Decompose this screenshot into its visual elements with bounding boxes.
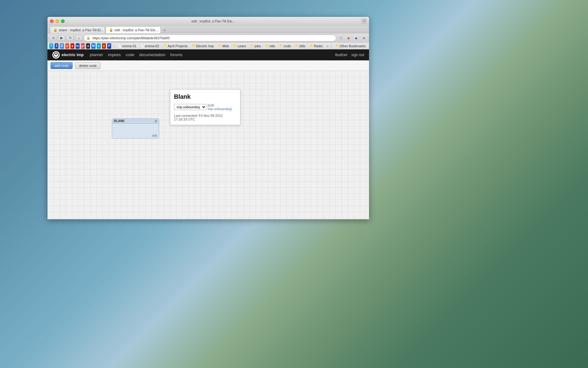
ext1-icon: ●: [347, 36, 350, 40]
folder-icon-radio: 📁: [310, 44, 313, 48]
ext-icon3[interactable]: in: [76, 43, 80, 49]
bookmark-learn[interactable]: 📁 Learn: [232, 43, 247, 49]
wrench-menu-button[interactable]: ≡: [360, 35, 367, 41]
popup-edit-link[interactable]: [edit imp.unboundsq]: [208, 103, 236, 111]
divider2: [331, 44, 331, 48]
ext-icon8[interactable]: ●: [102, 43, 106, 49]
tab-share[interactable]: 🔒 share : impBot: a Pan-Tilt El... ✕: [50, 26, 105, 33]
menu-icon: ≡: [363, 36, 365, 40]
bookmark-bills[interactable]: 📁 bills: [294, 43, 307, 49]
diigo-icon[interactable]: D: [60, 43, 64, 49]
folder-icon-bills: 📁: [295, 44, 299, 48]
app-nav-username[interactable]: tbuttner: [335, 53, 348, 57]
folder-icon-learn: 📁: [233, 44, 237, 48]
bookmark-label-other: Other Bookmarks: [340, 44, 366, 48]
app-nav-bar: electric imp planner impees code documen…: [47, 49, 369, 60]
home-button[interactable]: ⌂: [75, 35, 82, 41]
bookmark-radio[interactable]: 📁 Radio: [308, 43, 324, 49]
star-icon: ☆: [339, 36, 343, 40]
maximize-button[interactable]: [61, 19, 65, 23]
node-card-footer: edit: [112, 133, 159, 138]
add-node-button[interactable]: add node: [51, 62, 73, 69]
bookmark-label-april: April Projects: [168, 44, 188, 48]
back-icon: ◀: [52, 36, 54, 40]
expand-button[interactable]: ⤢: [362, 19, 367, 24]
browser-window: edit : impBot: a Pan-Tilt Ele... ⤢ 🔒 sha…: [47, 17, 369, 219]
bookmark-emma01[interactable]: 📄 emma-01: [116, 43, 138, 49]
popup-select-row: imp.unboundsq [edit imp.unboundsq]: [174, 103, 236, 111]
toolbar: add node delete node: [47, 60, 369, 71]
more-bookmarks[interactable]: »: [327, 44, 329, 48]
close-button[interactable]: [50, 19, 54, 23]
ext-icon1[interactable]: ●: [65, 43, 69, 49]
node-card-body: [112, 124, 159, 133]
minimize-button[interactable]: [55, 19, 59, 23]
twitter-icon[interactable]: T: [49, 43, 53, 49]
ext-icon2[interactable]: ●: [70, 43, 74, 49]
popup-status: Last connected: Fri Nov 09 2012 17:16:33…: [174, 114, 236, 121]
nav-planner[interactable]: planner: [90, 52, 103, 57]
imp-select[interactable]: imp.unboundsq: [174, 104, 206, 110]
bookmark-label: emma-01: [122, 44, 136, 48]
ext-icon9[interactable]: P: [107, 43, 111, 49]
bookmark-star-button[interactable]: ☆: [337, 35, 344, 41]
app-nav-signout[interactable]: sign out: [351, 53, 364, 57]
new-tab-button[interactable]: +: [161, 27, 168, 33]
device-popup-card: Blank imp.unboundsq [edit imp.unboundsq]…: [170, 89, 240, 125]
folder-icon-ride: 📁: [265, 44, 269, 48]
nav-right-buttons: ☆ ● ● ≡: [337, 35, 367, 41]
folder-icon-code: 📁: [279, 44, 283, 48]
nav-impees[interactable]: impees: [108, 52, 121, 57]
ext-icon6[interactable]: M: [91, 43, 95, 49]
bookmark-meb[interactable]: 📁 Meb: [217, 43, 230, 49]
bookmarks-bar: T f D ● ● in g+ ● M ● ● P 📄 emma-01 📄 em…: [47, 43, 369, 49]
bookmark-label-ei: Electric Imp: [196, 44, 214, 48]
bookmark-april[interactable]: 📁 April Projects: [162, 43, 189, 49]
bookmark-ride[interactable]: 📁 ride: [264, 43, 277, 49]
blank-node-card[interactable]: BLANK ⊞ edit: [112, 118, 159, 139]
bookmark-label-ride: ride: [270, 44, 275, 48]
tab-edit[interactable]: 🔒 edit : impBot: a Pan-Tilt Ele... ✕: [106, 26, 161, 33]
node-card-settings-icon[interactable]: ⊞: [155, 119, 157, 123]
title-bar: edit : impBot: a Pan-Tilt Ele... ⤢: [47, 17, 369, 25]
logo-icon: [52, 51, 60, 59]
bookmark-emma02[interactable]: 📄 emma-02: [139, 43, 160, 49]
node-card-header: BLANK ⊞: [112, 119, 159, 124]
app-nav-links: planner impees code documentation forums: [90, 52, 335, 57]
nav-forums[interactable]: forums: [170, 52, 183, 57]
bookmark-other[interactable]: 📁 Other Bookmarks: [334, 43, 368, 49]
address-text: https://plan.electricimp.com/plan/bfdabd…: [92, 36, 170, 40]
forward-button[interactable]: ▶: [58, 35, 65, 41]
canvas-area[interactable]: BLANK ⊞ edit Blank imp.unboundsq [edit i…: [47, 71, 369, 219]
folder-icon-other: 📁: [335, 44, 339, 48]
bookmark-code[interactable]: 📁 code: [278, 43, 292, 49]
tab-label: share : impBot: a Pan-Tilt El...: [59, 28, 104, 32]
facebook-icon[interactable]: f: [55, 43, 58, 49]
nav-code[interactable]: code: [126, 52, 134, 57]
nav-documentation[interactable]: documentation: [139, 52, 165, 57]
folder-icon-jobs: 📁: [251, 44, 254, 48]
ext2-button[interactable]: ●: [353, 35, 360, 41]
delete-node-button[interactable]: delete node: [75, 62, 101, 69]
tab-favicon: 🔒: [53, 28, 58, 32]
file-icon: 📄: [118, 44, 122, 48]
ext-icon5[interactable]: ●: [86, 43, 90, 49]
folder-icon-meb: 📁: [218, 44, 222, 48]
ext-icon4[interactable]: g+: [81, 43, 85, 49]
file-icon2: 📄: [141, 44, 144, 48]
window-controls: [50, 19, 65, 23]
address-bar[interactable]: 🔒 https://plan.electricimp.com/plan/bfda…: [84, 35, 336, 41]
app-logo[interactable]: electric imp: [52, 51, 84, 59]
back-button[interactable]: ◀: [49, 35, 57, 41]
ext2-icon: ●: [355, 36, 357, 40]
bookmark-electricimp[interactable]: 📁 Electric Imp: [190, 43, 215, 49]
refresh-button[interactable]: ↻: [66, 35, 74, 41]
window-title: edit : impBot: a Pan-Tilt Ele...: [65, 19, 362, 23]
ext1-button[interactable]: ●: [345, 35, 352, 41]
ext-icon7[interactable]: ●: [97, 43, 101, 49]
bookmark-jobs[interactable]: 📁 jobs: [249, 43, 262, 49]
logo-text: electric imp: [62, 52, 84, 57]
node-card-edit-link[interactable]: edit: [152, 134, 157, 137]
app-nav-right: tbuttner sign out: [335, 53, 364, 57]
tab-close-edit[interactable]: ✕: [160, 28, 161, 32]
